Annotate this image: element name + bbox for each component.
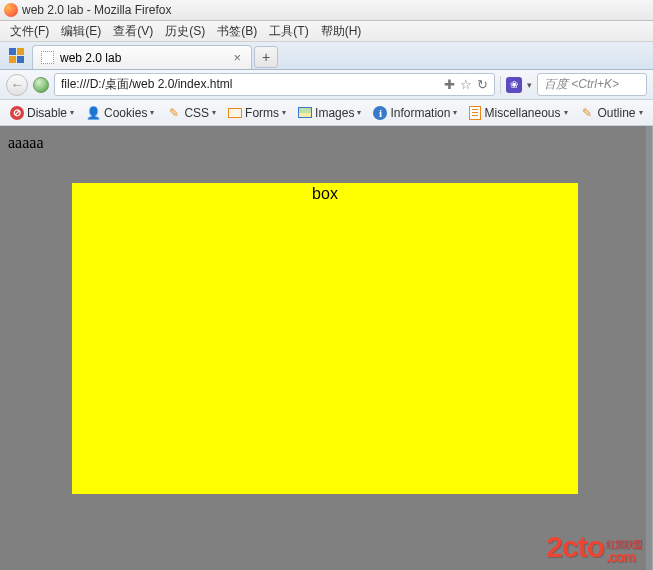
devbar-disable-label: Disable — [27, 106, 67, 120]
search-engine-dropdown-icon[interactable]: ▾ — [527, 80, 532, 90]
devbar-css-label: CSS — [184, 106, 209, 120]
search-placeholder: 百度 <Ctrl+K> — [544, 76, 619, 93]
chevron-down-icon: ▾ — [150, 108, 154, 117]
reload-icon[interactable]: ↻ — [477, 77, 488, 92]
devbar-disable[interactable]: ⊘ Disable ▾ — [6, 104, 78, 122]
menu-edit[interactable]: 编辑(E) — [55, 21, 107, 42]
devbar-outline-label: Outline — [598, 106, 636, 120]
tab-groups-icon[interactable] — [6, 45, 26, 65]
page-viewport: aaaaa box 2cto 红黑联盟 .com — [0, 126, 653, 570]
search-box[interactable]: 百度 <Ctrl+K> — [537, 73, 647, 96]
menu-tools[interactable]: 工具(T) — [263, 21, 314, 42]
firefox-icon — [4, 3, 18, 17]
cookies-icon: 👤 — [86, 105, 101, 120]
page-body-text: aaaaa — [8, 134, 44, 152]
page-box: box — [72, 183, 578, 494]
devbar-information[interactable]: i Information ▾ — [369, 104, 461, 122]
outline-icon: ✎ — [580, 105, 595, 120]
chevron-down-icon: ▾ — [453, 108, 457, 117]
chevron-down-icon: ▾ — [282, 108, 286, 117]
menu-help[interactable]: 帮助(H) — [315, 21, 368, 42]
menu-history[interactable]: 历史(S) — [159, 21, 211, 42]
watermark-logo: 2cto 红黑联盟 .com — [546, 530, 642, 564]
tab-title: web 2.0 lab — [60, 51, 121, 65]
devbar-css[interactable]: ✎ CSS ▾ — [162, 103, 220, 122]
new-tab-button[interactable]: + — [254, 46, 278, 68]
devbar-images-label: Images — [315, 106, 354, 120]
chevron-down-icon: ▾ — [70, 108, 74, 117]
back-button[interactable]: ← — [6, 74, 28, 96]
devbar-information-label: Information — [390, 106, 450, 120]
menu-view[interactable]: 查看(V) — [107, 21, 159, 42]
chevron-down-icon: ▾ — [212, 108, 216, 117]
web-developer-toolbar: ⊘ Disable ▾ 👤 Cookies ▾ ✎ CSS ▾ Forms ▾ … — [0, 100, 653, 126]
devbar-miscellaneous[interactable]: Miscellaneous ▾ — [465, 104, 571, 122]
tab-active[interactable]: web 2.0 lab × — [32, 45, 252, 69]
site-identity-icon[interactable] — [33, 77, 49, 93]
images-icon — [298, 107, 312, 118]
browser-window: web 2.0 lab - Mozilla Firefox 文件(F) 编辑(E… — [0, 0, 653, 570]
disable-icon: ⊘ — [10, 106, 24, 120]
information-icon: i — [373, 106, 387, 120]
url-input[interactable] — [61, 78, 439, 92]
chevron-down-icon: ▾ — [639, 108, 643, 117]
url-bar[interactable]: ✚ ☆ ↻ — [54, 73, 495, 96]
page-box-text: box — [312, 185, 338, 202]
devbar-outline[interactable]: ✎ Outline ▾ — [576, 103, 647, 122]
watermark-main: 2cto — [546, 530, 604, 564]
devbar-forms-label: Forms — [245, 106, 279, 120]
vertical-scrollbar[interactable] — [646, 126, 652, 570]
devbar-cookies-label: Cookies — [104, 106, 147, 120]
miscellaneous-icon — [469, 106, 481, 120]
devbar-images[interactable]: Images ▾ — [294, 104, 365, 122]
css-icon: ✎ — [166, 105, 181, 120]
tab-strip: web 2.0 lab × + — [0, 42, 653, 70]
watermark-com: .com — [606, 550, 635, 564]
chevron-down-icon: ▾ — [357, 108, 361, 117]
url-action-icons: ✚ ☆ ↻ — [444, 77, 488, 92]
title-bar: web 2.0 lab - Mozilla Firefox — [0, 0, 653, 21]
window-title: web 2.0 lab - Mozilla Firefox — [22, 3, 171, 17]
favorite-add-icon[interactable]: ✚ — [444, 77, 455, 92]
devbar-cookies[interactable]: 👤 Cookies ▾ — [82, 103, 158, 122]
search-engine-icon[interactable]: ❀ — [506, 77, 522, 93]
tab-favicon — [41, 51, 54, 64]
tab-close-button[interactable]: × — [231, 50, 243, 65]
chevron-down-icon: ▾ — [564, 108, 568, 117]
bookmark-star-icon[interactable]: ☆ — [460, 77, 472, 92]
menu-file[interactable]: 文件(F) — [4, 21, 55, 42]
menu-bookmarks[interactable]: 书签(B) — [211, 21, 263, 42]
nav-bar: ← ✚ ☆ ↻ ❀ ▾ 百度 <Ctrl+K> — [0, 70, 653, 100]
devbar-forms[interactable]: Forms ▾ — [224, 104, 290, 122]
nav-divider — [500, 76, 501, 94]
forms-icon — [228, 108, 242, 118]
devbar-miscellaneous-label: Miscellaneous — [484, 106, 560, 120]
menu-bar: 文件(F) 编辑(E) 查看(V) 历史(S) 书签(B) 工具(T) 帮助(H… — [0, 21, 653, 42]
